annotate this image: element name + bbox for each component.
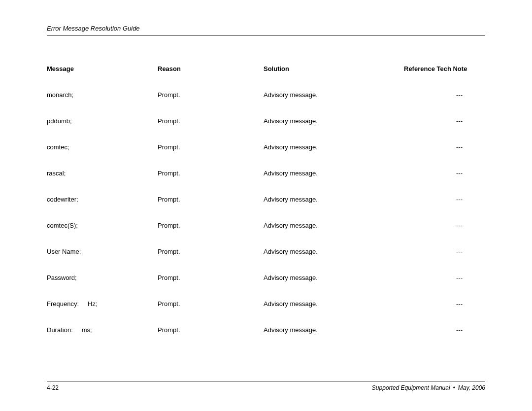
cell-message: Frequency:Hz; [47, 300, 158, 308]
cell-reason: Prompt. [158, 143, 264, 151]
cell-reference: --- [404, 143, 485, 151]
message-text: rascal; [47, 170, 66, 177]
cell-solution: Advisory message. [264, 326, 404, 334]
table-row: codewriter;Prompt.Advisory message.--- [47, 196, 485, 203]
cell-reason: Prompt. [158, 326, 264, 334]
footer-right: Supported Equipment Manual•May, 2006 [372, 384, 485, 391]
cell-message: Password; [47, 274, 158, 281]
message-text-2: Hz; [88, 300, 98, 308]
cell-solution: Advisory message. [264, 91, 404, 99]
message-text: Password; [47, 274, 77, 281]
page-footer: 4-22 Supported Equipment Manual•May, 200… [47, 381, 485, 391]
cell-solution: Advisory message. [264, 117, 404, 125]
message-text: comtec; [47, 143, 69, 151]
cell-message: Duration:ms; [47, 326, 158, 334]
cell-reference: --- [404, 222, 485, 229]
cell-message: User Name; [47, 248, 158, 255]
cell-reference: --- [404, 300, 485, 308]
cell-message: monarch; [47, 91, 158, 99]
cell-reference: --- [404, 196, 485, 203]
header-message: Message [47, 65, 158, 72]
table-row: Password;Prompt.Advisory message.--- [47, 274, 485, 281]
cell-solution: Advisory message. [264, 196, 404, 203]
cell-reason: Prompt. [158, 222, 264, 229]
message-text: Frequency: [47, 300, 79, 308]
cell-message: comtec; [47, 143, 158, 151]
table-row: rascal;Prompt.Advisory message.--- [47, 170, 485, 177]
cell-reason: Prompt. [158, 300, 264, 308]
table-row: pddumb;Prompt.Advisory message.--- [47, 117, 485, 125]
cell-reason: Prompt. [158, 91, 264, 99]
message-text: comtec(S); [47, 222, 78, 229]
table-row: Frequency:Hz;Prompt.Advisory message.--- [47, 300, 485, 308]
header-title: Error Message Resolution Guide [47, 25, 140, 32]
page-header: Error Message Resolution Guide [47, 25, 485, 35]
cell-message: rascal; [47, 170, 158, 177]
cell-reference: --- [404, 117, 485, 125]
cell-reason: Prompt. [158, 117, 264, 125]
table-row: Duration:ms;Prompt.Advisory message.--- [47, 326, 485, 334]
cell-message: pddumb; [47, 117, 158, 125]
cell-message: codewriter; [47, 196, 158, 203]
cell-reason: Prompt. [158, 196, 264, 203]
cell-solution: Advisory message. [264, 248, 404, 255]
table-row: comtec(S);Prompt.Advisory message.--- [47, 222, 485, 229]
table-body: monarch;Prompt.Advisory message.---pddum… [47, 91, 485, 334]
cell-solution: Advisory message. [264, 170, 404, 177]
message-text: codewriter; [47, 196, 78, 203]
message-text: User Name; [47, 248, 81, 255]
cell-solution: Advisory message. [264, 143, 404, 151]
bullet-icon: • [453, 384, 455, 391]
cell-reference: --- [404, 170, 485, 177]
cell-reason: Prompt. [158, 274, 264, 281]
cell-reference: --- [404, 91, 485, 99]
table-row: comtec;Prompt.Advisory message.--- [47, 143, 485, 151]
table-row: User Name;Prompt.Advisory message.--- [47, 248, 485, 255]
message-text: monarch; [47, 91, 73, 99]
cell-reference: --- [404, 248, 485, 255]
footer-page-number: 4-22 [47, 384, 59, 391]
header-reference: Reference Tech Note [404, 65, 485, 72]
cell-solution: Advisory message. [264, 222, 404, 229]
cell-reference: --- [404, 326, 485, 334]
table-header-row: Message Reason Solution Reference Tech N… [47, 65, 485, 72]
cell-message: comtec(S); [47, 222, 158, 229]
message-text-2: ms; [82, 326, 92, 334]
footer-manual: Supported Equipment Manual [372, 384, 450, 391]
message-text: Duration: [47, 326, 73, 334]
cell-solution: Advisory message. [264, 300, 404, 308]
cell-solution: Advisory message. [264, 274, 404, 281]
message-text: pddumb; [47, 117, 72, 125]
header-solution: Solution [264, 65, 404, 72]
error-table: Message Reason Solution Reference Tech N… [47, 65, 485, 334]
footer-date: May, 2006 [458, 384, 485, 391]
cell-reason: Prompt. [158, 248, 264, 255]
header-reason: Reason [158, 65, 264, 72]
cell-reason: Prompt. [158, 170, 264, 177]
cell-reference: --- [404, 274, 485, 281]
table-row: monarch;Prompt.Advisory message.--- [47, 91, 485, 99]
